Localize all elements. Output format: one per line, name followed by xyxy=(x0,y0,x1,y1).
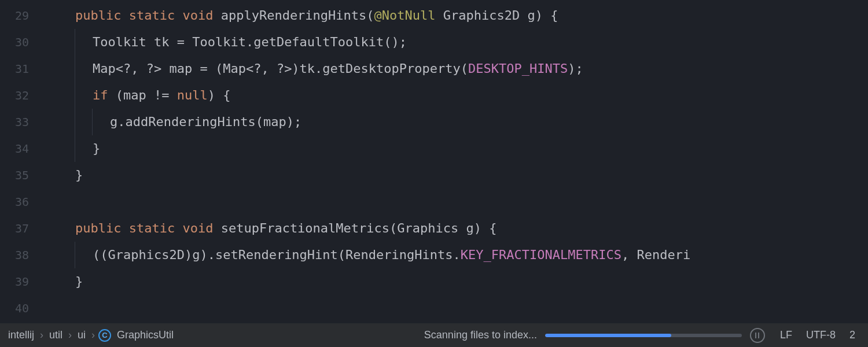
line-number: 30 xyxy=(0,29,41,56)
status-number[interactable]: 2 xyxy=(843,329,862,341)
line-number: 34 xyxy=(0,135,41,162)
pause-icon[interactable] xyxy=(750,328,765,343)
line-number: 32 xyxy=(0,82,41,109)
chevron-right-icon: › xyxy=(88,329,98,341)
progress-label: Scanning files to index... xyxy=(424,329,545,341)
code-line[interactable]: } xyxy=(41,135,868,162)
code-area[interactable]: public static void applyRenderingHints(@… xyxy=(41,0,868,323)
progress-bar[interactable] xyxy=(545,334,742,337)
line-number: 35 xyxy=(0,162,41,189)
code-line[interactable] xyxy=(41,295,868,322)
line-number: 29 xyxy=(0,2,41,29)
line-number: 40 xyxy=(0,295,41,322)
gutter: 293031323334353637383940 xyxy=(0,0,41,323)
line-ending-indicator[interactable]: LF xyxy=(773,329,799,341)
code-line[interactable]: ((Graphics2D)g).setRenderingHint(Renderi… xyxy=(41,242,868,268)
breadcrumb-segment[interactable]: ui xyxy=(75,329,88,341)
class-icon: C xyxy=(98,329,111,342)
line-number: 39 xyxy=(0,268,41,295)
code-line[interactable]: public static void setupFractionalMetric… xyxy=(41,215,868,242)
code-line[interactable]: public static void applyRenderingHints(@… xyxy=(41,2,868,29)
status-bar: intellij › util › ui › C GraphicsUtil Sc… xyxy=(0,323,868,347)
line-number: 33 xyxy=(0,109,41,135)
chevron-right-icon: › xyxy=(36,329,47,341)
code-line[interactable]: } xyxy=(41,162,868,189)
breadcrumb-segment[interactable]: intellij xyxy=(6,329,36,341)
code-line[interactable]: if (map != null) { xyxy=(41,82,868,109)
code-editor[interactable]: 293031323334353637383940 public static v… xyxy=(0,0,868,323)
code-line[interactable]: g.addRenderingHints(map); xyxy=(41,109,868,135)
code-line[interactable]: Map<?, ?> map = (Map<?, ?>)tk.getDesktop… xyxy=(41,56,868,82)
encoding-indicator[interactable]: UTF-8 xyxy=(799,329,843,341)
line-number: 38 xyxy=(0,242,41,268)
breadcrumb-class[interactable]: GraphicsUtil xyxy=(115,329,176,341)
breadcrumb-segment[interactable]: util xyxy=(47,329,65,341)
line-number: 31 xyxy=(0,56,41,82)
line-number: 37 xyxy=(0,215,41,242)
code-line[interactable] xyxy=(41,189,868,215)
code-line[interactable]: } xyxy=(41,268,868,295)
code-line[interactable]: Toolkit tk = Toolkit.getDefaultToolkit()… xyxy=(41,29,868,56)
progress-fill xyxy=(545,334,671,337)
chevron-right-icon: › xyxy=(65,329,75,341)
line-number: 36 xyxy=(0,189,41,215)
